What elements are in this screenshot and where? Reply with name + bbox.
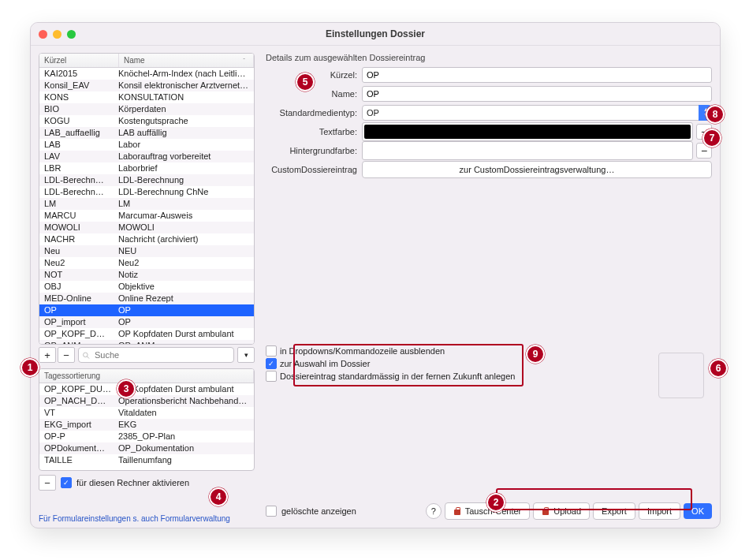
show-deleted-label: gelöschte anzeigen bbox=[281, 506, 356, 516]
check-icon: ✓ bbox=[268, 360, 274, 368]
cell-kuerzel: EKG_import bbox=[39, 419, 114, 431]
colorwell-textfarbe[interactable] bbox=[362, 122, 693, 141]
table-row[interactable]: LDL-Berechn…LDL-Berechnung bbox=[39, 174, 254, 186]
table-row[interactable]: LABLabor bbox=[39, 139, 254, 151]
day-sort-body[interactable]: OP_KOPF_DU…OP Kopfdaten Durst ambulantOP… bbox=[39, 383, 254, 471]
table-row[interactable]: KAI2015Knöchel-Arm-Index (nach Leitli… bbox=[39, 68, 254, 80]
hide-in-dropdowns-checkbox[interactable] bbox=[266, 345, 277, 357]
activate-this-computer-label: für diesen Rechner aktivieren bbox=[76, 478, 189, 487]
preferences-window: Einstellungen Dossier Kürzel Name ˆ KAI2… bbox=[30, 22, 721, 528]
cell-kuerzel: NACHR bbox=[39, 233, 114, 245]
table-row[interactable]: Konsil_EAVKonsil elektronischer Arztvern… bbox=[39, 80, 254, 91]
remove-sort-button[interactable]: − bbox=[39, 475, 56, 491]
cell-name: OP_Dokumentation bbox=[114, 442, 254, 454]
upload-button[interactable]: Upload bbox=[533, 502, 590, 520]
col-kuerzel-header[interactable]: Kürzel bbox=[39, 54, 119, 67]
table-row[interactable]: TAILLETaillenumfang bbox=[39, 454, 254, 466]
colorwell-hintergrundfarbe[interactable] bbox=[362, 141, 693, 160]
cell-kuerzel: KONS bbox=[39, 91, 114, 103]
table-row[interactable]: MARCUMarcumar-Ausweis bbox=[39, 210, 254, 222]
cell-name: Laborbrief bbox=[114, 162, 254, 174]
input-name[interactable] bbox=[362, 86, 712, 102]
help-button[interactable]: ? bbox=[426, 503, 442, 519]
cell-kuerzel: KOGU bbox=[39, 115, 114, 127]
cell-kuerzel: MED-Online bbox=[39, 293, 114, 304]
search-input[interactable] bbox=[93, 349, 230, 360]
callout-5: 5 bbox=[296, 73, 315, 91]
filter-button[interactable]: ▾ bbox=[237, 347, 255, 363]
table-row[interactable]: LMLM bbox=[39, 198, 254, 210]
cell-kuerzel: MOWOLI bbox=[39, 222, 114, 233]
cell-kuerzel: LAB bbox=[39, 139, 114, 151]
cell-name: Objektive bbox=[114, 281, 254, 293]
cell-kuerzel: BIO bbox=[39, 103, 114, 115]
entry-icon-well[interactable] bbox=[658, 353, 704, 398]
cell-kuerzel: OP_ANM bbox=[39, 340, 114, 345]
table-row[interactable]: LBRLaborbrief bbox=[39, 162, 254, 174]
callout-2: 2 bbox=[486, 493, 505, 512]
callout-3: 3 bbox=[117, 379, 136, 398]
import-button[interactable]: Import bbox=[639, 502, 680, 520]
form-settings-link[interactable]: Für Formulareinstellungen s. auch Formul… bbox=[39, 514, 230, 523]
table-row[interactable]: OP_ANMOP_ANM bbox=[39, 340, 254, 345]
col-name-header[interactable]: Name ˆ bbox=[119, 54, 254, 67]
cell-name: Laborauftrag vorbereitet bbox=[114, 151, 254, 162]
default-far-future-checkbox[interactable] bbox=[266, 371, 277, 382]
table-row[interactable]: LDL-Berechn…LDL-Berechnung ChNe bbox=[39, 186, 254, 198]
label-textfarbe: Textfarbe: bbox=[266, 127, 362, 136]
swatch-black bbox=[364, 125, 691, 139]
left-column: Kürzel Name ˆ KAI2015Knöchel-Arm-Index (… bbox=[39, 53, 255, 510]
table-row[interactable]: KONSKONSULTATION bbox=[39, 91, 254, 103]
table-row[interactable]: OP_KOPF_DU…OP Kopfdaten Durst ambulant bbox=[39, 383, 254, 395]
cell-name: Neu2 bbox=[114, 257, 254, 269]
table-row[interactable]: NACHRNachricht (archiviert) bbox=[39, 233, 254, 245]
entries-table-body[interactable]: KAI2015Knöchel-Arm-Index (nach Leitli…Ko… bbox=[39, 68, 254, 345]
table-row[interactable]: OP_NACH_D…Operationsbericht Nachbehand… bbox=[39, 395, 254, 407]
col-name-header-label: Name bbox=[124, 56, 145, 65]
add-entry-button[interactable]: + bbox=[39, 347, 56, 363]
day-sort-header-label[interactable]: Tagessortierung bbox=[39, 369, 254, 383]
selectable-in-dossier-checkbox[interactable]: ✓ bbox=[266, 358, 277, 369]
cell-kuerzel: LDL-Berechn… bbox=[39, 174, 114, 186]
day-sort-table[interactable]: Tagessortierung OP_KOPF_DU…OP Kopfdaten … bbox=[39, 368, 255, 471]
table-row[interactable]: NeuNEU bbox=[39, 245, 254, 257]
table-row[interactable]: Neu2Neu2 bbox=[39, 257, 254, 269]
cell-kuerzel: OPDokument… bbox=[39, 442, 114, 454]
table-row[interactable]: OBJObjektive bbox=[39, 281, 254, 293]
cell-kuerzel: LBR bbox=[39, 162, 114, 174]
table-row[interactable]: VTVitaldaten bbox=[39, 407, 254, 419]
table-row[interactable]: OP_importOP bbox=[39, 316, 254, 328]
table-row[interactable]: KOGUKostengutsprache bbox=[39, 115, 254, 127]
table-row[interactable]: LAVLaborauftrag vorbereitet bbox=[39, 151, 254, 162]
cell-kuerzel: LDL-Berechn… bbox=[39, 186, 114, 198]
ok-button[interactable]: OK bbox=[684, 503, 712, 519]
cell-name: OP Kopfdaten Durst ambulant bbox=[114, 328, 254, 340]
select-standardmedientyp[interactable]: OP ▲▼ bbox=[362, 105, 712, 121]
search-field[interactable] bbox=[78, 347, 234, 363]
table-row[interactable]: MED-OnlineOnline Rezept bbox=[39, 293, 254, 304]
activate-this-computer-checkbox[interactable]: ✓ bbox=[61, 477, 72, 488]
table-row[interactable]: OPOP bbox=[39, 304, 254, 316]
cell-name: OP bbox=[114, 316, 254, 328]
cell-kuerzel: OBJ bbox=[39, 281, 114, 293]
export-button[interactable]: Export bbox=[593, 502, 635, 520]
manage-customdossiereintrag-button[interactable]: zur CustomDossiereintragsverwaltung… bbox=[362, 161, 712, 178]
table-row[interactable]: OP_KOPF_D…OP Kopfdaten Durst ambulant bbox=[39, 328, 254, 340]
table-row[interactable]: MOWOLIMOWOLI bbox=[39, 222, 254, 233]
cell-name: 2385_OP-Plan bbox=[114, 431, 254, 442]
label-hintergrundfarbe: Hintergrundfarbe: bbox=[266, 146, 362, 155]
table-row[interactable]: NOTNotiz bbox=[39, 269, 254, 281]
remove-entry-button[interactable]: − bbox=[58, 347, 75, 363]
titlebar: Einstellungen Dossier bbox=[31, 23, 720, 46]
table-row[interactable]: LAB_auffaelligLAB auffällig bbox=[39, 127, 254, 139]
input-kuerzel[interactable] bbox=[362, 67, 712, 83]
table-row[interactable]: EKG_importEKG bbox=[39, 419, 254, 431]
selectable-in-dossier-label: zur Auswahl im Dossier bbox=[280, 359, 370, 368]
entries-table[interactable]: Kürzel Name ˆ KAI2015Knöchel-Arm-Index (… bbox=[39, 53, 255, 345]
cell-name: EKG bbox=[114, 419, 254, 431]
show-deleted-checkbox[interactable] bbox=[266, 506, 277, 517]
table-row[interactable]: OPDokument…OP_Dokumentation bbox=[39, 442, 254, 454]
table-row[interactable]: BIOKörperdaten bbox=[39, 103, 254, 115]
cell-kuerzel: LM bbox=[39, 198, 114, 210]
table-row[interactable]: OP-P2385_OP-Plan bbox=[39, 431, 254, 442]
